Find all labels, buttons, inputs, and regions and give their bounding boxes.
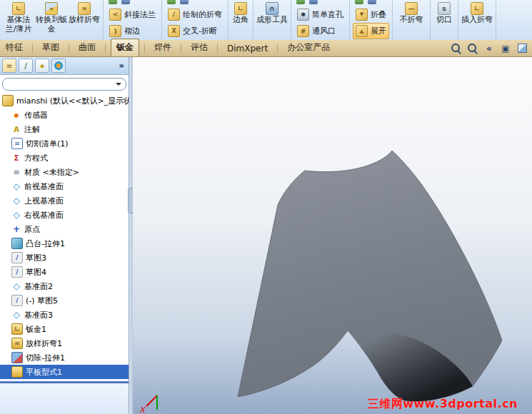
zoom-to-area-icon[interactable] xyxy=(450,42,463,55)
sensors-icon xyxy=(11,110,21,120)
ribbon-button-row: 切口 xyxy=(433,0,455,24)
material-icon xyxy=(11,167,21,177)
fold-button[interactable]: 折叠 xyxy=(353,6,389,23)
configurationmanager-tab-icon[interactable] xyxy=(35,59,49,73)
clipped-icon xyxy=(355,0,363,4)
vent-button[interactable]: 通风口 xyxy=(294,23,346,39)
cross-break-button[interactable]: 交叉-折断 xyxy=(165,23,225,39)
tab-divider xyxy=(32,44,33,53)
clipped-icon-strip xyxy=(106,0,159,6)
tree-root-label: mianshi (默认<<默认>_显示状 xyxy=(16,96,129,106)
dimxpertmanager-tab-icon[interactable] xyxy=(51,59,66,73)
simple-hole-button-label: 简单直孔 xyxy=(312,9,343,20)
ribbon-group: 插入折弯 xyxy=(458,0,496,40)
tree-item-cut-extrude1[interactable]: 切除-拉伸1 xyxy=(0,350,129,365)
tab-office-products[interactable]: 办公室产品 xyxy=(283,40,334,56)
lofted-bend-feature-icon xyxy=(11,338,23,349)
tab-dimxpert[interactable]: DimXpert xyxy=(223,42,272,56)
tree-item-origin-label: 原点 xyxy=(24,224,40,235)
tree-item-sketch4-label: 草图4 xyxy=(26,267,46,278)
sketched-bend-icon xyxy=(168,9,180,21)
fold-icon xyxy=(356,9,368,21)
tab-weldments[interactable]: 焊件 xyxy=(150,40,176,56)
tree-item-plane2[interactable]: 基准面2 xyxy=(0,279,129,293)
corner-icon xyxy=(234,2,247,15)
tabbar-tabs: 特征草图曲面钣金焊件评估DimXpert办公室产品 xyxy=(0,40,334,56)
ribbon-button-row: 成形工具 xyxy=(256,0,288,24)
tree-item-origin[interactable]: 原点 xyxy=(0,222,129,236)
tree-item-sketch4[interactable]: 草图4 xyxy=(0,265,129,279)
ribbon-group: 成形工具 xyxy=(254,0,291,40)
tree-item-right-plane[interactable]: 右视基准面 xyxy=(0,208,129,222)
clipped-icon xyxy=(296,0,305,4)
filter-dropdown-icon[interactable] xyxy=(116,83,121,89)
tree-item-boss-extrude1[interactable]: 凸台-拉伸1 xyxy=(0,236,129,251)
tree-root[interactable]: mianshi (默认<<默认>_显示状 xyxy=(0,94,129,108)
tree-item-material[interactable]: 材质 <未指定> xyxy=(0,165,129,179)
panel-tab-strip: » xyxy=(0,57,129,75)
unfold-button-label: 展开 xyxy=(371,26,386,36)
graphics-area[interactable]: X 三维网www.3dportal.cn xyxy=(133,57,532,414)
convert-to-sheet-metal-button[interactable]: 转换到钣金 xyxy=(36,1,67,34)
axis-x xyxy=(146,395,157,406)
simple-hole-button[interactable]: 简单直孔 xyxy=(294,6,346,23)
tree-item-sensors[interactable]: 传感器 xyxy=(0,108,129,122)
miter-flange-button[interactable]: 斜接法兰 xyxy=(106,6,159,23)
ribbon-button-row: 不折弯 xyxy=(396,0,427,24)
tree-item-top-plane[interactable]: 上视基准面 xyxy=(0,193,129,208)
tree-item-plane3[interactable]: 基准面3 xyxy=(0,308,129,322)
forming-tool-icon xyxy=(266,2,278,15)
cut-extrude-icon xyxy=(11,352,23,363)
featuremanager-filter[interactable] xyxy=(2,78,126,91)
corner-button[interactable]: 边角 xyxy=(231,1,250,24)
tree-item-lofted-bend1[interactable]: 放样折弯1 xyxy=(0,336,129,350)
zoom-to-fit-icon[interactable] xyxy=(466,42,479,55)
view-settings-icon[interactable] xyxy=(516,42,528,55)
sketched-bend-button[interactable]: 绘制的折弯 xyxy=(165,6,225,23)
rip-button[interactable]: 切口 xyxy=(433,1,455,24)
insert-bends-icon xyxy=(471,2,483,15)
flat-pattern-shape[interactable] xyxy=(238,151,502,401)
tree-item-front-plane[interactable]: 前视基准面 xyxy=(0,179,129,193)
axis-x-label: X xyxy=(139,405,146,414)
clipped-icon xyxy=(109,0,117,4)
base-flange-button[interactable]: 基体法兰/薄片 xyxy=(3,1,34,34)
tab-features[interactable]: 特征 xyxy=(1,40,27,56)
tab-evaluate[interactable]: 评估 xyxy=(186,40,212,56)
panel-chevron[interactable]: » xyxy=(119,61,126,71)
forming-tool-button[interactable]: 成形工具 xyxy=(256,1,288,24)
no-bends-button[interactable]: 不折弯 xyxy=(396,1,427,24)
tree-item-sheet-metal1[interactable]: 钣金1 xyxy=(0,322,129,336)
lofted-bend-icon xyxy=(78,2,91,15)
tree-item-equations[interactable]: 方程式 xyxy=(0,151,129,165)
tab-sheet-metal[interactable]: 钣金 xyxy=(111,39,139,56)
lofted-bend-button[interactable]: 放样折弯 xyxy=(69,1,100,34)
tree-item-flat-pattern1[interactable]: 平板型式1 xyxy=(0,365,129,379)
hem-button[interactable]: 褶边 xyxy=(106,23,159,39)
featuremanager-tab-icon[interactable] xyxy=(2,59,16,73)
origin-triad: X xyxy=(139,395,157,414)
tree-item-plane3-label: 基准面3 xyxy=(24,310,53,320)
rollback-bar[interactable] xyxy=(0,381,129,383)
propertymanager-tab-icon[interactable] xyxy=(19,59,33,73)
insert-bends-button[interactable]: 插入折弯 xyxy=(461,1,493,24)
tab-divider xyxy=(69,44,69,53)
sketch-icon xyxy=(11,252,23,263)
ribbon-group: 切口 xyxy=(431,0,458,40)
unfold-button[interactable]: 展开 xyxy=(353,23,389,39)
section-view-icon[interactable] xyxy=(499,42,512,55)
tab-surfaces[interactable]: 曲面 xyxy=(74,40,100,56)
tree-item-sketch5[interactable]: (-) 草图5 xyxy=(0,293,129,308)
convert-to-sheet-metal-button-label: 转换到钣金 xyxy=(36,15,67,34)
model-scene: X xyxy=(133,57,532,414)
tree-item-cut-list[interactable]: 切割清单(1) xyxy=(0,136,129,151)
previous-view-icon[interactable] xyxy=(483,42,496,55)
vent-button-label: 通风口 xyxy=(312,26,336,36)
tab-sketch[interactable]: 草图 xyxy=(38,40,64,56)
corner-button-label: 边角 xyxy=(233,15,249,24)
tree-item-annotations[interactable]: 注解 xyxy=(0,122,129,136)
ribbon-button-row: 基体法兰/薄片转换到钣金放样折弯 xyxy=(3,0,100,34)
no-bends-icon xyxy=(405,2,418,15)
tree-item-sketch3[interactable]: 草图3 xyxy=(0,251,129,265)
tree-item-lofted-bend1-label: 放样折弯1 xyxy=(26,338,62,349)
